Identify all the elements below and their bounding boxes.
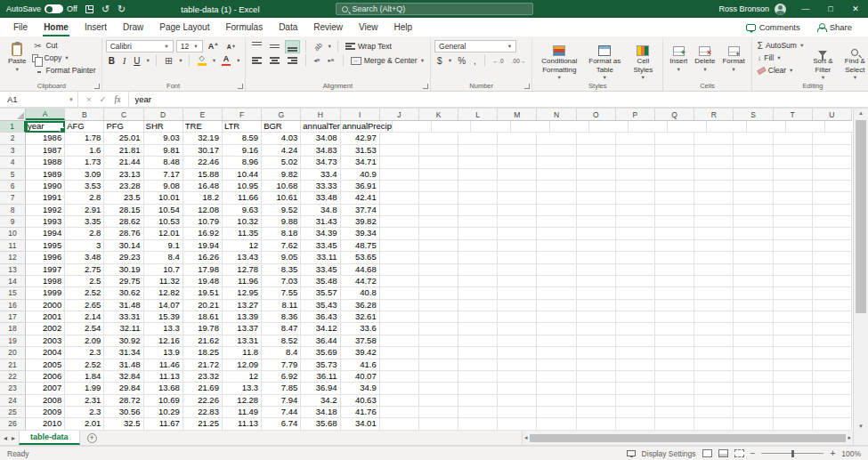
cell-P23[interactable]	[616, 383, 655, 394]
cell-D23[interactable]: 13.68	[144, 383, 183, 394]
cell-U13[interactable]	[813, 264, 852, 276]
column-header-T[interactable]: T	[774, 109, 813, 120]
cell-K15[interactable]	[419, 287, 458, 299]
cell-U18[interactable]	[813, 323, 852, 335]
cell-M22[interactable]	[498, 371, 537, 383]
cell-F18[interactable]: 13.37	[223, 323, 262, 335]
cell-G22[interactable]: 6.92	[262, 371, 301, 383]
cell-F9[interactable]: 10.32	[223, 216, 262, 228]
cell-G19[interactable]: 8.52	[262, 335, 301, 347]
cell-K9[interactable]	[419, 216, 458, 228]
zoom-slider[interactable]	[761, 453, 823, 454]
cell-G3[interactable]: 4.24	[262, 145, 301, 157]
cell-Q9[interactable]	[655, 216, 694, 228]
cell-U6[interactable]	[813, 181, 852, 192]
cell-R7[interactable]	[694, 192, 734, 204]
cell-D20[interactable]: 13.9	[144, 347, 183, 359]
cell-C24[interactable]: 28.72	[104, 395, 143, 407]
cell-Q2[interactable]	[655, 133, 694, 144]
cell-D8[interactable]: 10.54	[144, 205, 183, 216]
cell-D21[interactable]: 11.46	[144, 359, 183, 371]
cell-H14[interactable]: 35.48	[301, 276, 340, 287]
font-color-icon[interactable]: A	[219, 53, 233, 69]
cell-K21[interactable]	[419, 359, 458, 371]
cell-G5[interactable]: 9.82	[262, 169, 301, 181]
cell-A15[interactable]: 1999	[26, 287, 65, 299]
cell-C3[interactable]: 21.81	[104, 145, 143, 157]
cell-P25[interactable]	[616, 407, 655, 418]
cell-M5[interactable]	[498, 169, 537, 181]
cell-S23[interactable]	[734, 383, 773, 394]
cell-A13[interactable]: 1997	[26, 264, 65, 276]
cell-B21[interactable]: 2.52	[65, 359, 104, 371]
cell-F25[interactable]: 11.49	[223, 407, 262, 418]
align-right-icon[interactable]	[285, 55, 300, 66]
cell-A5[interactable]: 1989	[26, 169, 65, 181]
cell-R24[interactable]	[694, 395, 734, 407]
cell-I11[interactable]: 48.75	[341, 240, 380, 252]
cell-B14[interactable]: 2.5	[65, 276, 104, 287]
cell-Q3[interactable]	[655, 145, 694, 157]
cell-D24[interactable]: 10.69	[144, 395, 183, 407]
cell-E26[interactable]: 21.25	[183, 418, 223, 430]
cell-S12[interactable]	[734, 252, 773, 263]
cell-T9[interactable]	[774, 216, 813, 228]
cell-M24[interactable]	[498, 395, 537, 407]
cell-T18[interactable]	[774, 323, 813, 335]
cell-A18[interactable]: 2002	[26, 323, 65, 335]
cell-E5[interactable]: 15.88	[183, 169, 223, 181]
cell-P22[interactable]	[616, 371, 655, 383]
cell-M10[interactable]	[498, 228, 537, 239]
cell-H10[interactable]: 34.39	[301, 228, 340, 239]
cell-D16[interactable]: 14.07	[144, 300, 183, 311]
cell-A10[interactable]: 1994	[26, 228, 65, 239]
row-header-5[interactable]: 5	[0, 169, 26, 181]
cell-K16[interactable]	[419, 300, 458, 311]
row-header-9[interactable]: 9	[0, 216, 26, 228]
column-header-L[interactable]: L	[458, 109, 498, 120]
cell-J1[interactable]	[393, 121, 432, 133]
cell-B20[interactable]: 2.3	[65, 347, 104, 359]
cell-C11[interactable]: 30.14	[104, 240, 143, 252]
cell-E16[interactable]: 20.21	[183, 300, 223, 311]
cell-L3[interactable]	[458, 145, 498, 157]
cell-F1[interactable]: LTR	[223, 121, 262, 133]
cell-H18[interactable]: 34.12	[301, 323, 340, 335]
cell-T14[interactable]	[774, 276, 813, 287]
prev-sheet-icon[interactable]: ◂	[4, 434, 7, 442]
cell-S26[interactable]	[734, 418, 773, 430]
cell-R10[interactable]	[694, 228, 734, 239]
row-header-14[interactable]: 14	[0, 276, 26, 287]
cell-C17[interactable]: 33.31	[104, 311, 143, 323]
cell-J11[interactable]	[380, 240, 419, 252]
cell-K24[interactable]	[419, 395, 458, 407]
cell-L17[interactable]	[458, 311, 498, 323]
display-settings-icon[interactable]	[627, 450, 636, 456]
cell-U10[interactable]	[813, 228, 852, 239]
cell-B10[interactable]: 2.8	[65, 228, 104, 239]
cell-Q8[interactable]	[655, 205, 694, 216]
cell-T10[interactable]	[774, 228, 813, 239]
cell-B1[interactable]: AFG	[65, 121, 104, 133]
cell-T7[interactable]	[774, 192, 813, 204]
cell-A3[interactable]: 1987	[26, 145, 65, 157]
name-box[interactable]: A1▼	[0, 92, 78, 107]
cell-P9[interactable]	[616, 216, 655, 228]
cell-Q1[interactable]	[668, 121, 707, 133]
cell-H17[interactable]: 36.43	[301, 311, 340, 323]
cell-L19[interactable]	[458, 335, 498, 347]
cell-T13[interactable]	[774, 264, 813, 276]
cell-S24[interactable]	[734, 395, 773, 407]
cell-B19[interactable]: 2.09	[65, 335, 104, 347]
cell-F5[interactable]: 10.44	[223, 169, 262, 181]
cell-N20[interactable]	[537, 347, 576, 359]
find-select-button[interactable]: Find & Select▼	[840, 39, 868, 81]
cell-R1[interactable]	[707, 121, 746, 133]
decrease-font-icon[interactable]: A▼	[224, 42, 239, 52]
format-as-table-button[interactable]: Format as Table▼	[584, 39, 625, 81]
cell-R6[interactable]	[694, 181, 734, 192]
cell-L21[interactable]	[458, 359, 498, 371]
cell-P3[interactable]	[616, 145, 655, 157]
cell-D14[interactable]: 11.32	[144, 276, 183, 287]
cell-A17[interactable]: 2001	[26, 311, 65, 323]
